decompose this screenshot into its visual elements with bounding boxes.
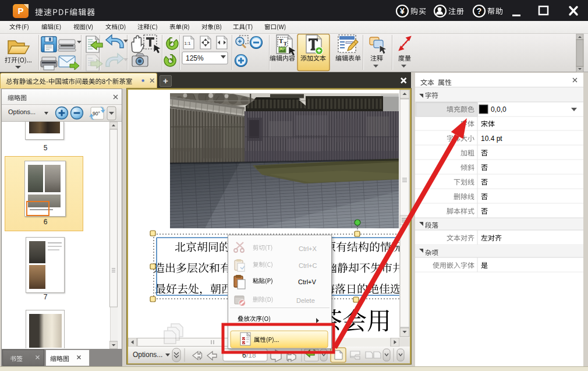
svg-text:Options...: Options... xyxy=(133,351,162,359)
svg-text:/18: /18 xyxy=(246,351,256,359)
svg-text:125%: 125% xyxy=(186,54,204,62)
svg-text:T: T xyxy=(284,41,287,47)
svg-text:1:1: 1:1 xyxy=(184,41,191,46)
svg-text:¥: ¥ xyxy=(400,6,405,16)
svg-text:?: ? xyxy=(477,6,482,16)
svg-text:6: 6 xyxy=(242,351,246,359)
svg-text:90°: 90° xyxy=(93,111,100,116)
svg-text:T: T xyxy=(279,37,284,44)
